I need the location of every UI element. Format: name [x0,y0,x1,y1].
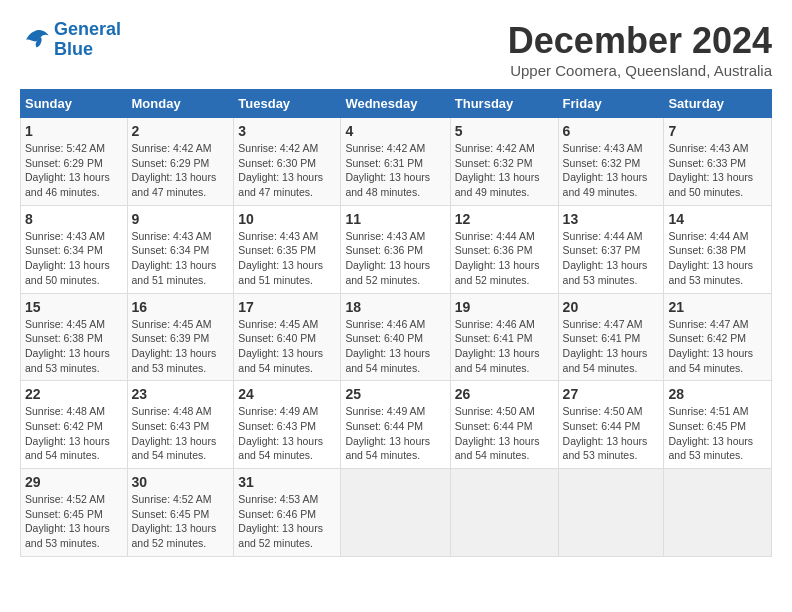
calendar-cell: 29 Sunrise: 4:52 AMSunset: 6:45 PMDaylig… [21,469,128,557]
day-detail: Sunrise: 5:42 AMSunset: 6:29 PMDaylight:… [25,142,110,198]
calendar-cell: 11 Sunrise: 4:43 AMSunset: 6:36 PMDaylig… [341,205,450,293]
day-detail: Sunrise: 4:45 AMSunset: 6:39 PMDaylight:… [132,318,217,374]
week-row-3: 15 Sunrise: 4:45 AMSunset: 6:38 PMDaylig… [21,293,772,381]
calendar-cell: 10 Sunrise: 4:43 AMSunset: 6:35 PMDaylig… [234,205,341,293]
calendar-cell: 7 Sunrise: 4:43 AMSunset: 6:33 PMDayligh… [664,118,772,206]
calendar-cell: 25 Sunrise: 4:49 AMSunset: 6:44 PMDaylig… [341,381,450,469]
day-number: 19 [455,299,554,315]
calendar-cell: 6 Sunrise: 4:43 AMSunset: 6:32 PMDayligh… [558,118,664,206]
logo-icon [20,25,50,55]
header-saturday: Saturday [664,90,772,118]
day-number: 20 [563,299,660,315]
week-row-2: 8 Sunrise: 4:43 AMSunset: 6:34 PMDayligh… [21,205,772,293]
calendar-cell: 30 Sunrise: 4:52 AMSunset: 6:45 PMDaylig… [127,469,234,557]
calendar-cell: 28 Sunrise: 4:51 AMSunset: 6:45 PMDaylig… [664,381,772,469]
header-friday: Friday [558,90,664,118]
calendar-cell: 17 Sunrise: 4:45 AMSunset: 6:40 PMDaylig… [234,293,341,381]
day-detail: Sunrise: 4:43 AMSunset: 6:36 PMDaylight:… [345,230,430,286]
day-detail: Sunrise: 4:49 AMSunset: 6:44 PMDaylight:… [345,405,430,461]
day-number: 27 [563,386,660,402]
day-number: 4 [345,123,445,139]
calendar-cell: 4 Sunrise: 4:42 AMSunset: 6:31 PMDayligh… [341,118,450,206]
header-thursday: Thursday [450,90,558,118]
week-row-5: 29 Sunrise: 4:52 AMSunset: 6:45 PMDaylig… [21,469,772,557]
day-number: 14 [668,211,767,227]
day-number: 3 [238,123,336,139]
day-detail: Sunrise: 4:46 AMSunset: 6:41 PMDaylight:… [455,318,540,374]
day-number: 9 [132,211,230,227]
calendar-cell: 14 Sunrise: 4:44 AMSunset: 6:38 PMDaylig… [664,205,772,293]
calendar-cell: 3 Sunrise: 4:42 AMSunset: 6:30 PMDayligh… [234,118,341,206]
day-detail: Sunrise: 4:44 AMSunset: 6:36 PMDaylight:… [455,230,540,286]
day-detail: Sunrise: 4:52 AMSunset: 6:45 PMDaylight:… [132,493,217,549]
day-detail: Sunrise: 4:44 AMSunset: 6:37 PMDaylight:… [563,230,648,286]
calendar-cell: 12 Sunrise: 4:44 AMSunset: 6:36 PMDaylig… [450,205,558,293]
day-detail: Sunrise: 4:47 AMSunset: 6:42 PMDaylight:… [668,318,753,374]
day-detail: Sunrise: 4:46 AMSunset: 6:40 PMDaylight:… [345,318,430,374]
day-detail: Sunrise: 4:49 AMSunset: 6:43 PMDaylight:… [238,405,323,461]
calendar-cell: 15 Sunrise: 4:45 AMSunset: 6:38 PMDaylig… [21,293,128,381]
calendar-cell [558,469,664,557]
header-wednesday: Wednesday [341,90,450,118]
day-number: 1 [25,123,123,139]
calendar-cell: 24 Sunrise: 4:49 AMSunset: 6:43 PMDaylig… [234,381,341,469]
day-detail: Sunrise: 4:45 AMSunset: 6:40 PMDaylight:… [238,318,323,374]
day-number: 23 [132,386,230,402]
day-number: 18 [345,299,445,315]
day-number: 13 [563,211,660,227]
title-area: December 2024 Upper Coomera, Queensland,… [508,20,772,79]
day-number: 10 [238,211,336,227]
calendar-cell: 5 Sunrise: 4:42 AMSunset: 6:32 PMDayligh… [450,118,558,206]
month-title: December 2024 [508,20,772,62]
day-detail: Sunrise: 4:52 AMSunset: 6:45 PMDaylight:… [25,493,110,549]
calendar-cell: 22 Sunrise: 4:48 AMSunset: 6:42 PMDaylig… [21,381,128,469]
day-number: 16 [132,299,230,315]
calendar-cell: 1 Sunrise: 5:42 AMSunset: 6:29 PMDayligh… [21,118,128,206]
day-detail: Sunrise: 4:45 AMSunset: 6:38 PMDaylight:… [25,318,110,374]
day-detail: Sunrise: 4:43 AMSunset: 6:34 PMDaylight:… [25,230,110,286]
day-number: 2 [132,123,230,139]
day-detail: Sunrise: 4:47 AMSunset: 6:41 PMDaylight:… [563,318,648,374]
day-detail: Sunrise: 4:43 AMSunset: 6:35 PMDaylight:… [238,230,323,286]
day-number: 30 [132,474,230,490]
day-number: 5 [455,123,554,139]
day-detail: Sunrise: 4:43 AMSunset: 6:33 PMDaylight:… [668,142,753,198]
day-detail: Sunrise: 4:42 AMSunset: 6:30 PMDaylight:… [238,142,323,198]
calendar-cell [341,469,450,557]
calendar-cell [664,469,772,557]
day-number: 17 [238,299,336,315]
day-number: 15 [25,299,123,315]
day-detail: Sunrise: 4:48 AMSunset: 6:43 PMDaylight:… [132,405,217,461]
header: General Blue December 2024 Upper Coomera… [20,20,772,79]
week-row-1: 1 Sunrise: 5:42 AMSunset: 6:29 PMDayligh… [21,118,772,206]
day-number: 31 [238,474,336,490]
location-title: Upper Coomera, Queensland, Australia [508,62,772,79]
day-detail: Sunrise: 4:50 AMSunset: 6:44 PMDaylight:… [563,405,648,461]
logo: General Blue [20,20,121,60]
calendar-cell: 31 Sunrise: 4:53 AMSunset: 6:46 PMDaylig… [234,469,341,557]
day-detail: Sunrise: 4:43 AMSunset: 6:32 PMDaylight:… [563,142,648,198]
day-number: 12 [455,211,554,227]
calendar-cell: 8 Sunrise: 4:43 AMSunset: 6:34 PMDayligh… [21,205,128,293]
day-number: 6 [563,123,660,139]
calendar-cell [450,469,558,557]
calendar-header-row: SundayMondayTuesdayWednesdayThursdayFrid… [21,90,772,118]
day-number: 11 [345,211,445,227]
calendar-cell: 16 Sunrise: 4:45 AMSunset: 6:39 PMDaylig… [127,293,234,381]
day-number: 22 [25,386,123,402]
day-number: 7 [668,123,767,139]
week-row-4: 22 Sunrise: 4:48 AMSunset: 6:42 PMDaylig… [21,381,772,469]
calendar-table: SundayMondayTuesdayWednesdayThursdayFrid… [20,89,772,557]
day-detail: Sunrise: 4:50 AMSunset: 6:44 PMDaylight:… [455,405,540,461]
header-tuesday: Tuesday [234,90,341,118]
calendar-cell: 21 Sunrise: 4:47 AMSunset: 6:42 PMDaylig… [664,293,772,381]
day-detail: Sunrise: 4:51 AMSunset: 6:45 PMDaylight:… [668,405,753,461]
header-monday: Monday [127,90,234,118]
calendar-cell: 13 Sunrise: 4:44 AMSunset: 6:37 PMDaylig… [558,205,664,293]
logo-text: General Blue [54,20,121,60]
day-number: 26 [455,386,554,402]
calendar-cell: 26 Sunrise: 4:50 AMSunset: 6:44 PMDaylig… [450,381,558,469]
calendar-cell: 23 Sunrise: 4:48 AMSunset: 6:43 PMDaylig… [127,381,234,469]
calendar-cell: 18 Sunrise: 4:46 AMSunset: 6:40 PMDaylig… [341,293,450,381]
day-detail: Sunrise: 4:48 AMSunset: 6:42 PMDaylight:… [25,405,110,461]
